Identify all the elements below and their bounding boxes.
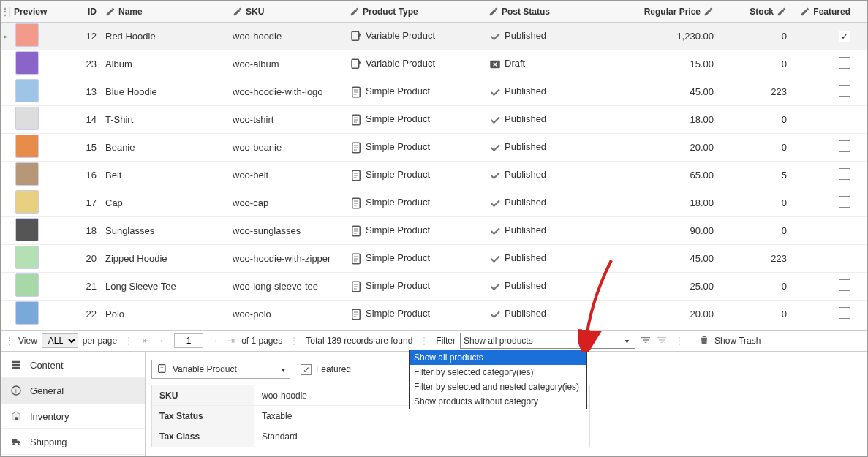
product-thumbnail[interactable]	[15, 51, 39, 75]
product-thumbnail[interactable]	[15, 162, 39, 186]
cell-stock[interactable]: 0	[722, 31, 796, 42]
cell-featured[interactable]	[796, 196, 858, 210]
detail-tax-status-value[interactable]: Taxable	[254, 411, 292, 421]
cell-type[interactable]: Simple Product	[350, 86, 488, 99]
cell-type[interactable]: Simple Product	[350, 197, 488, 210]
tab-general[interactable]: i General	[1, 378, 145, 404]
cell-price[interactable]: 15.00	[620, 58, 722, 69]
next-page-button[interactable]: →	[208, 336, 221, 346]
table-row[interactable]: 14T-Shirtwoo-tshirtSimple ProductPublish…	[1, 106, 867, 134]
cell-price[interactable]: 65.00	[620, 170, 722, 181]
cell-price[interactable]: 90.00	[620, 225, 722, 236]
cell-name[interactable]: Cap	[101, 197, 233, 208]
cell-featured[interactable]	[796, 307, 858, 321]
cell-name[interactable]: T-Shirt	[101, 114, 233, 125]
page-input[interactable]	[174, 333, 203, 348]
cell-featured[interactable]	[796, 113, 858, 126]
product-thumbnail[interactable]	[15, 218, 39, 241]
table-row[interactable]: 18Sunglasseswoo-sunglassesSimple Product…	[1, 217, 867, 245]
filter-select[interactable]: Show all products ▾	[460, 333, 635, 349]
cell-sku[interactable]: woo-hoodie-with-zipper	[233, 253, 350, 264]
table-row[interactable]: 16Beltwoo-beltSimple ProductPublished65.…	[1, 162, 867, 189]
col-type-header[interactable]: Product Type	[350, 7, 488, 17]
per-page-select[interactable]: ALL	[42, 333, 78, 348]
product-thumbnail[interactable]	[15, 135, 39, 158]
col-sku-header[interactable]: SKU	[233, 7, 350, 17]
cell-featured[interactable]	[796, 252, 858, 265]
table-row[interactable]: 22Polowoo-poloSimple ProductPublished20.…	[1, 301, 867, 328]
product-thumbnail[interactable]	[15, 79, 39, 102]
detail-tax-class-value[interactable]: Standard	[254, 431, 298, 442]
expand-icon[interactable]: ▸	[1, 32, 10, 40]
cell-name[interactable]: Polo	[101, 309, 233, 320]
col-name-header[interactable]: Name	[101, 7, 233, 17]
table-row[interactable]: 23Albumwoo-albumVariable ProductDraft15.…	[1, 50, 867, 78]
product-thumbnail[interactable]	[15, 246, 39, 269]
cell-name[interactable]: Beanie	[101, 142, 233, 153]
prev-page-button[interactable]: ←	[156, 336, 170, 346]
filter-clear-icon[interactable]	[656, 334, 668, 348]
cell-type[interactable]: Variable Product	[350, 58, 488, 71]
col-stock-header[interactable]: Stock	[722, 7, 796, 17]
cell-name[interactable]: Sunglasses	[101, 225, 233, 236]
filter-apply-icon[interactable]	[640, 334, 652, 348]
cell-status[interactable]: Published	[488, 141, 620, 154]
cell-featured[interactable]	[796, 85, 858, 99]
product-type-select[interactable]: + Variable Product ▾	[151, 360, 290, 379]
cell-type[interactable]: Simple Product	[350, 141, 488, 154]
cell-type[interactable]: Simple Product	[350, 224, 488, 238]
cell-stock[interactable]: 0	[722, 309, 796, 320]
col-price-header[interactable]: Regular Price	[620, 7, 722, 17]
cell-featured[interactable]	[796, 168, 858, 182]
cell-featured[interactable]	[796, 140, 858, 154]
product-thumbnail[interactable]	[15, 190, 39, 214]
cell-price[interactable]: 25.00	[620, 281, 722, 292]
cell-type[interactable]: Simple Product	[350, 113, 488, 126]
cell-sku[interactable]: woo-beanie	[233, 142, 350, 153]
cell-status[interactable]: Published	[488, 86, 620, 99]
cell-name[interactable]: Zipped Hoodie	[101, 253, 233, 264]
cell-price[interactable]: 20.00	[620, 142, 722, 153]
cell-stock[interactable]: 0	[722, 197, 796, 208]
detail-sku-value[interactable]: woo-hoodie	[254, 390, 307, 401]
product-thumbnail[interactable]	[15, 273, 39, 297]
table-row[interactable]: 13Blue Hoodiewoo-hoodie-with-logoSimple …	[1, 78, 867, 106]
product-thumbnail[interactable]	[15, 301, 39, 325]
cell-status[interactable]: Published	[488, 113, 620, 126]
col-featured-header[interactable]: Featured	[796, 7, 858, 17]
cell-featured[interactable]: ✓	[796, 31, 858, 42]
cell-type[interactable]: Simple Product	[350, 169, 488, 182]
filter-option[interactable]: Filter by selected category(ies)	[410, 365, 586, 379]
cell-stock[interactable]: 0	[722, 58, 796, 69]
cell-sku[interactable]: woo-long-sleeve-tee	[233, 281, 350, 292]
product-thumbnail[interactable]	[15, 107, 39, 130]
cell-sku[interactable]: woo-polo	[233, 309, 350, 320]
filter-option[interactable]: Show products without category	[410, 394, 586, 409]
cell-featured[interactable]	[796, 57, 858, 71]
col-preview-header[interactable]: Preview	[10, 7, 57, 17]
cell-status[interactable]: Published	[488, 308, 620, 321]
cell-sku[interactable]: woo-album	[233, 58, 350, 69]
cell-sku[interactable]: woo-cap	[233, 197, 350, 208]
cell-featured[interactable]	[796, 224, 858, 238]
cell-stock[interactable]: 223	[722, 86, 796, 97]
cell-name[interactable]: Album	[101, 58, 233, 69]
tab-content[interactable]: Content	[1, 352, 145, 378]
cell-status[interactable]: Published	[488, 30, 620, 43]
cell-stock[interactable]: 5	[722, 170, 796, 181]
cell-name[interactable]: Belt	[101, 170, 233, 181]
filter-option[interactable]: Filter by selected and nested category(i…	[410, 379, 586, 394]
cell-featured[interactable]	[796, 279, 858, 293]
table-row[interactable]: 20Zipped Hoodiewoo-hoodie-with-zipperSim…	[1, 245, 867, 273]
cell-type[interactable]: Simple Product	[350, 308, 488, 321]
cell-stock[interactable]: 0	[722, 142, 796, 153]
cell-status[interactable]: Published	[488, 280, 620, 293]
cell-type[interactable]: Simple Product	[350, 280, 488, 293]
cell-sku[interactable]: woo-belt	[233, 170, 350, 181]
table-row[interactable]: 15Beaniewoo-beanieSimple ProductPublishe…	[1, 134, 867, 162]
table-row[interactable]: ▸12Red Hoodiewoo-hoodieVariable ProductP…	[1, 23, 867, 50]
cell-name[interactable]: Red Hoodie	[101, 31, 233, 42]
cell-sku[interactable]: woo-tshirt	[233, 114, 350, 125]
cell-stock[interactable]: 0	[722, 281, 796, 292]
cell-sku[interactable]: woo-hoodie	[233, 31, 350, 42]
